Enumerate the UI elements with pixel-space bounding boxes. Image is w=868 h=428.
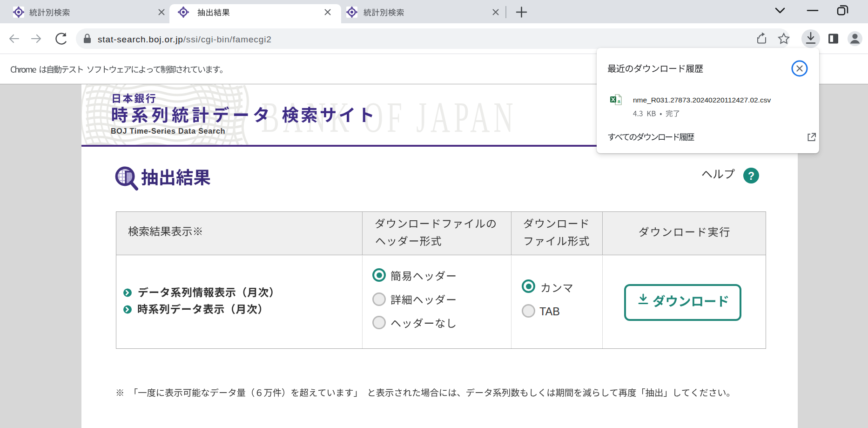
svg-text:?: ? <box>748 170 754 182</box>
svg-text:a: a <box>618 99 620 104</box>
